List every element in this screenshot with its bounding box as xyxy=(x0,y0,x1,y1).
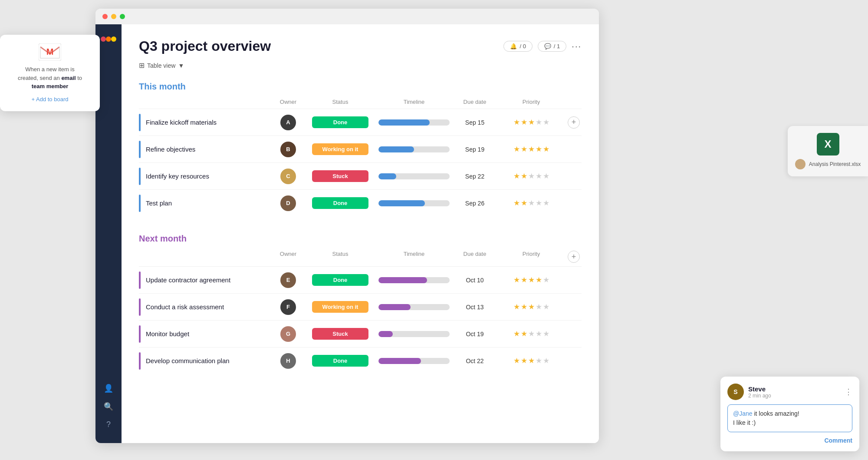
notifications-button[interactable]: 🔔 / 0 xyxy=(503,41,532,52)
status-cell: Working on it xyxy=(306,143,375,155)
star: ★ xyxy=(521,118,527,127)
chevron-down-icon: ▼ xyxy=(178,62,184,69)
task-cell-1: Finalize kickoff materials xyxy=(139,114,271,131)
svg-point-3 xyxy=(106,36,111,42)
next-month-title: Next month xyxy=(139,234,582,244)
timeline-fill xyxy=(378,200,425,206)
timeline-cell xyxy=(375,146,453,152)
star: ★ xyxy=(521,199,527,208)
add-column-button[interactable]: + xyxy=(568,251,580,263)
view-toggle[interactable]: ⊞ Table view ▼ xyxy=(139,61,582,69)
status-cell: Stuck xyxy=(306,328,375,340)
browser-titlebar xyxy=(95,9,599,24)
due-date-cell: Oct 22 xyxy=(453,357,496,364)
search-icon[interactable]: 🔍 xyxy=(104,402,113,411)
comments-button[interactable]: 💬 / 1 xyxy=(538,41,566,52)
due-date-cell: Sep 22 xyxy=(453,173,496,180)
close-button[interactable] xyxy=(102,14,108,19)
page-header: Q3 project overview 🔔 / 0 💬 / 1 ··· xyxy=(139,38,582,54)
maximize-button[interactable] xyxy=(120,14,125,19)
task-name: Conduct a risk assessment xyxy=(146,303,224,311)
add-col-header: + xyxy=(566,251,582,263)
notif-count: / 0 xyxy=(519,43,526,50)
bell-icon: 🔔 xyxy=(510,43,517,50)
star: ★ xyxy=(528,302,535,311)
star: ★ xyxy=(543,172,549,181)
status-badge: Working on it xyxy=(312,301,368,313)
timeline-cell xyxy=(375,358,453,364)
table-row: Update contractor agreement E Done Oct 1… xyxy=(139,266,582,293)
timeline-fill xyxy=(378,277,427,283)
people-icon[interactable]: 👤 xyxy=(104,384,113,393)
owner-col-header: Owner xyxy=(271,251,306,263)
star: ★ xyxy=(513,356,520,365)
star: ★ xyxy=(513,329,520,338)
task-cell-2: Refine objectives xyxy=(139,141,271,158)
avatar: G xyxy=(280,326,296,342)
gmail-recipient: team member xyxy=(32,83,69,89)
status-badge: Working on it xyxy=(312,143,368,155)
comment-action-area: Comment xyxy=(727,437,852,444)
view-label: Table view xyxy=(147,62,175,69)
table-row: Conduct a risk assessment F Working on i… xyxy=(139,293,582,320)
chat-icon: 💬 xyxy=(544,43,551,50)
avatar: A xyxy=(280,115,296,130)
status-col-header: Status xyxy=(306,99,375,105)
duedate-col-header: Due date xyxy=(453,99,496,105)
owner-col-header: Owner xyxy=(271,99,306,105)
priority-cell: ★ ★ ★ ★ ★ xyxy=(496,118,566,127)
star: ★ xyxy=(521,172,527,181)
task-name: Finalize kickoff materials xyxy=(146,119,217,126)
timeline-track xyxy=(378,304,450,310)
header-actions: 🔔 / 0 💬 / 1 ··· xyxy=(503,41,582,52)
minimize-button[interactable] xyxy=(111,14,116,19)
star: ★ xyxy=(528,199,535,208)
star: ★ xyxy=(513,118,520,127)
comment-overlay: S Steve 2 min ago ⋮ @Jane it looks amazi… xyxy=(720,377,859,451)
row-border xyxy=(139,168,141,185)
svg-text:M: M xyxy=(46,47,54,56)
star: ★ xyxy=(543,145,549,154)
status-badge: Stuck xyxy=(312,170,368,182)
avatar: F xyxy=(280,299,296,315)
status-badge: Stuck xyxy=(312,328,368,340)
timeline-cell xyxy=(375,119,453,126)
help-icon[interactable]: ? xyxy=(106,420,111,429)
task-name: Identify key resources xyxy=(146,172,209,180)
table-row: Test plan D Done Sep 26 ★ ★ ★ xyxy=(139,189,582,216)
status-col-header: Status xyxy=(306,251,375,263)
comment-mention: @Jane xyxy=(733,410,753,417)
task-name: Monitor budget xyxy=(146,330,189,338)
owner-cell: C xyxy=(271,169,306,184)
timeline-cell xyxy=(375,304,453,310)
status-cell: Stuck xyxy=(306,170,375,182)
comment-header: S Steve 2 min ago ⋮ xyxy=(727,384,852,400)
duedate-col-header: Due date xyxy=(453,251,496,263)
excel-file-info: Analysis Pinterest.xlsx xyxy=(795,159,861,169)
avatar: D xyxy=(280,195,296,211)
star: ★ xyxy=(528,172,535,181)
due-date-cell: Oct 10 xyxy=(453,277,496,284)
comment-button[interactable]: Comment xyxy=(824,437,852,444)
table-row: Identify key resources C Stuck Sep 22 ★ … xyxy=(139,162,582,189)
more-options-button[interactable]: ··· xyxy=(572,41,582,51)
gmail-add-button[interactable]: + Add to board xyxy=(7,96,93,103)
row-border xyxy=(139,352,141,370)
timeline-fill xyxy=(378,119,430,126)
row-border xyxy=(139,298,141,316)
star: ★ xyxy=(513,145,520,154)
star: ★ xyxy=(543,275,549,285)
task-col-header xyxy=(146,251,271,263)
star: ★ xyxy=(543,329,549,338)
this-month-title: This month xyxy=(139,82,582,92)
timeline-track xyxy=(378,173,450,179)
priority-cell: ★ ★ ★ ★ ★ xyxy=(496,199,566,208)
due-date-cell: Sep 19 xyxy=(453,146,496,153)
gmail-overlay: M When a new item iscreated, send an ema… xyxy=(0,35,100,111)
comment-more-button[interactable]: ⋮ xyxy=(845,387,852,397)
status-badge: Done xyxy=(312,197,368,209)
owner-cell: D xyxy=(271,195,306,211)
add-column-button[interactable]: + xyxy=(568,116,580,129)
due-date-cell: Oct 13 xyxy=(453,304,496,311)
svg-point-4 xyxy=(111,36,116,42)
